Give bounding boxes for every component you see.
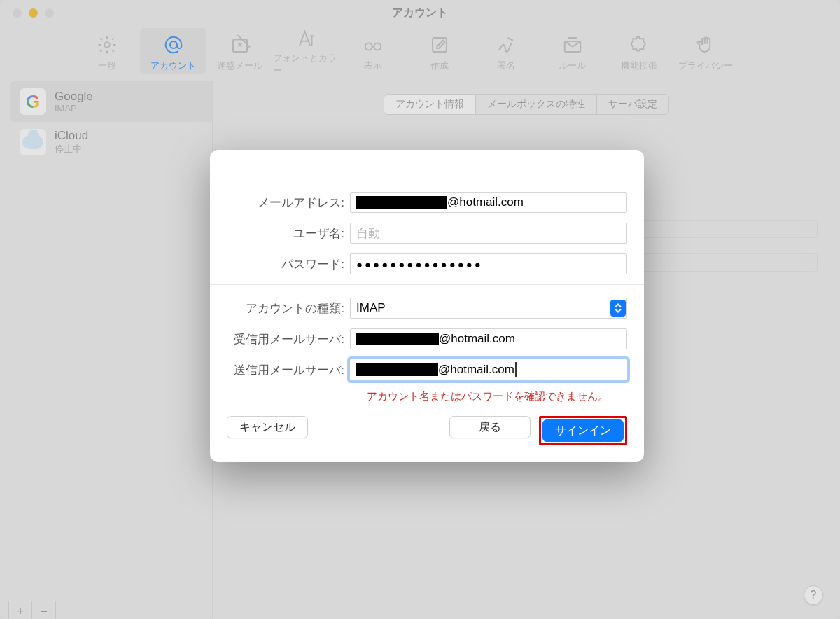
select-stepper-icon [610,300,626,317]
email-field[interactable]: @hotmail.com [350,192,627,213]
password-mask: ●●●●●●●●●●●●●●● [356,258,483,270]
password-field[interactable]: ●●●●●●●●●●●●●●● [350,253,627,274]
username-field[interactable]: 自動 [350,223,627,244]
label-incoming: 受信用メールサーバ [227,331,350,347]
outgoing-server-field[interactable]: @hotmail.com [350,359,627,380]
label-outgoing: 送信用メールサーバ [227,362,350,378]
signin-dialog: メールアドレス @hotmail.com ユーザ名 自動 パスワード ●●●●●… [210,150,644,462]
row-username: ユーザ名 自動 [227,223,627,244]
divider [210,284,644,285]
redacted-text [356,363,438,376]
cancel-button[interactable]: キャンセル [227,416,308,438]
text-cursor [515,362,517,377]
row-account-type: アカウントの種類 IMAP [227,298,627,319]
label-username: ユーザ名 [227,225,350,242]
row-incoming: 受信用メールサーバ @hotmail.com [227,328,627,349]
outgoing-suffix: @hotmail.com [438,363,514,377]
email-suffix: @hotmail.com [447,195,524,209]
redacted-text [356,333,439,345]
back-button[interactable]: 戻る [449,416,531,438]
row-password: パスワード ●●●●●●●●●●●●●●● [227,253,627,274]
label-password: パスワード [227,256,350,272]
row-email: メールアドレス @hotmail.com [227,192,627,213]
label-email: メールアドレス [227,195,350,211]
row-outgoing: 送信用メールサーバ @hotmail.com [227,359,627,380]
incoming-server-field[interactable]: @hotmail.com [350,328,627,349]
label-account-type: アカウントの種類 [227,300,350,317]
signin-button[interactable]: サインイン [542,419,624,442]
account-type-value: IMAP [356,301,386,315]
redacted-text [356,196,447,209]
error-message: アカウント名またはパスワードを確認できません。 [367,390,627,403]
annotation-highlight: サインイン [539,416,627,445]
dialog-buttons: キャンセル 戻る サインイン [210,416,644,445]
account-type-select[interactable]: IMAP [350,298,627,319]
incoming-suffix: @hotmail.com [439,332,515,346]
